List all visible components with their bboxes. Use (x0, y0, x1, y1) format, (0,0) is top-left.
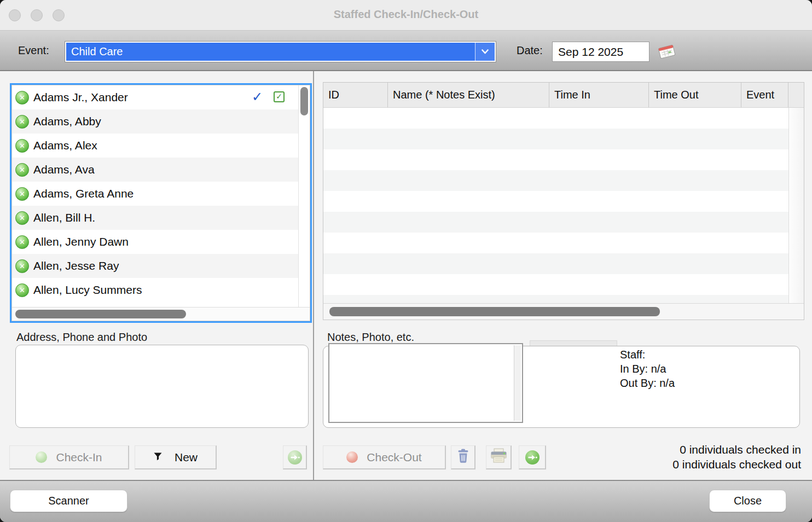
table-row[interactable] (323, 129, 788, 149)
person-name: Adams, Abby (33, 115, 101, 128)
notes-scrollbar[interactable] (514, 345, 521, 421)
chevron-down-icon (475, 43, 495, 61)
content-area: ✕ Adams Jr., Xander ✓ ✓ ✕ Adams, Abby ✕ … (0, 71, 812, 480)
person-name: Allen, Lucy Summers (33, 283, 142, 297)
roster-vertical-scrollbar[interactable] (298, 85, 310, 307)
column-header[interactable]: Time In (549, 83, 649, 107)
table-row[interactable] (323, 274, 788, 295)
attendance-header: IDName (* Notes Exist)Time InTime OutEve… (323, 83, 804, 108)
checked-out-count: 0 individuals checked out (672, 457, 801, 472)
checked-in-count: 0 individuals checked in (672, 442, 801, 457)
notes-textarea[interactable] (328, 343, 523, 423)
arrow-right-icon (288, 450, 302, 465)
table-row[interactable] (323, 149, 788, 170)
printer-icon (490, 448, 507, 466)
selected-check-icon: ✓ (252, 89, 263, 105)
person-name: Allen, Bill H. (33, 211, 95, 224)
roster-vertical-scrollbar-thumb[interactable] (300, 87, 308, 115)
filter-funnel-icon (153, 451, 163, 464)
address-phone-photo-panel (15, 345, 309, 428)
staffed-checkin-window: Staffed Check-In/Check-Out Event: Child … (0, 0, 812, 522)
date-label: Date: (517, 44, 543, 57)
list-item[interactable]: ✕ Adams, Greta Anne (12, 182, 298, 206)
roster-rows: ✕ Adams Jr., Xander ✓ ✓ ✕ Adams, Abby ✕ … (12, 85, 298, 302)
trash-icon (457, 449, 469, 466)
list-item[interactable]: ✕ Adams, Ava (12, 158, 298, 182)
new-person-button[interactable]: New (135, 445, 217, 469)
list-item[interactable]: ✕ Adams, Abby (12, 109, 298, 134)
person-name: Adams, Greta Anne (33, 187, 134, 200)
check-out-dot-icon (346, 451, 358, 463)
check-in-button[interactable]: Check-In (9, 445, 129, 469)
out-by-value: Out By: n/a (620, 376, 675, 390)
address-section-label: Address, Phone and Photo (16, 331, 147, 344)
list-item[interactable]: ✕ Allen, Bill H. (12, 206, 298, 230)
roster-listbox[interactable]: ✕ Adams Jr., Xander ✓ ✓ ✕ Adams, Abby ✕ … (10, 83, 312, 323)
person-status-icon: ✕ (15, 283, 29, 297)
delete-record-button[interactable] (451, 445, 475, 469)
arrow-right-icon (525, 450, 540, 465)
go-to-checkout-list-button[interactable] (519, 445, 546, 469)
list-item[interactable]: ✕ Allen, Jenny Dawn (12, 230, 298, 254)
in-by-value: In By: n/a (620, 362, 675, 376)
status-counts: 0 individuals checked in 0 individuals c… (672, 442, 801, 472)
list-item[interactable]: ✕ Allen, Lucy Summers (12, 278, 298, 302)
roster-horizontal-scrollbar[interactable] (12, 307, 310, 321)
attendance-horizontal-scrollbar-thumb[interactable] (329, 307, 660, 316)
attendance-vertical-scrollbar[interactable] (788, 108, 804, 303)
person-status-icon: ✕ (15, 115, 29, 129)
event-combobox[interactable]: Child Care (65, 41, 496, 62)
person-status-icon: ✕ (15, 259, 29, 273)
person-name: Adams, Ava (33, 163, 95, 176)
table-row[interactable] (323, 212, 788, 233)
person-status-icon: ✕ (15, 91, 29, 105)
person-name: Allen, Jesse Ray (33, 259, 119, 272)
calendar-picker-icon[interactable] (657, 43, 677, 61)
toolbar: Event: Child Care Date: (0, 30, 812, 71)
date-input[interactable] (552, 42, 649, 62)
person-status-icon: ✕ (15, 187, 29, 201)
column-header[interactable]: Event (741, 83, 788, 107)
attendance-table: IDName (* Notes Exist)Time InTime OutEve… (323, 82, 804, 320)
window-title: Staffed Check-In/Check-Out (0, 8, 812, 21)
event-label: Event: (18, 44, 49, 57)
column-header[interactable]: Time Out (649, 83, 741, 107)
person-status-icon: ✕ (15, 211, 29, 225)
person-status-icon: ✕ (15, 235, 29, 249)
person-name: Adams, Alex (33, 139, 97, 152)
table-row[interactable] (323, 253, 788, 274)
staff-label: Staff: (620, 347, 675, 362)
person-name: Allen, Jenny Dawn (33, 235, 129, 248)
column-header[interactable]: Name (* Notes Exist) (388, 83, 549, 107)
scanner-button[interactable]: Scanner (10, 490, 127, 512)
staff-info: Staff: In By: n/a Out By: n/a (620, 347, 675, 390)
table-row[interactable] (323, 233, 788, 253)
title-bar: Staffed Check-In/Check-Out (0, 0, 812, 30)
notes-section-label: Notes, Photo, etc. (327, 331, 414, 344)
column-header[interactable]: ID (323, 83, 388, 107)
person-status-icon: ✕ (15, 139, 29, 153)
list-item[interactable]: ✕ Allen, Jesse Ray (12, 254, 298, 278)
checked-checkbox-icon[interactable]: ✓ (274, 91, 285, 102)
event-combobox-value: Child Care (71, 45, 123, 58)
list-item[interactable]: ✕ Adams, Alex (12, 134, 298, 158)
table-row[interactable] (323, 191, 788, 212)
close-button[interactable]: Close (709, 490, 786, 512)
attendance-horizontal-scrollbar[interactable] (323, 303, 804, 320)
table-row[interactable] (323, 108, 788, 129)
attendance-body (323, 108, 788, 303)
roster-horizontal-scrollbar-thumb[interactable] (15, 310, 186, 318)
check-out-button[interactable]: Check-Out (323, 445, 446, 469)
footer-bar: Scanner Close (0, 480, 812, 522)
print-button[interactable] (486, 445, 512, 469)
check-in-dot-icon (36, 451, 47, 463)
panel-divider (313, 71, 314, 480)
list-item[interactable]: ✕ Adams Jr., Xander ✓ ✓ (12, 85, 298, 109)
table-row[interactable] (323, 170, 788, 191)
table-row[interactable] (323, 295, 788, 303)
column-header-filler (788, 83, 804, 107)
person-name: Adams Jr., Xander (33, 91, 128, 104)
go-to-checkin-list-button[interactable] (283, 445, 307, 469)
person-status-icon: ✕ (15, 163, 29, 177)
